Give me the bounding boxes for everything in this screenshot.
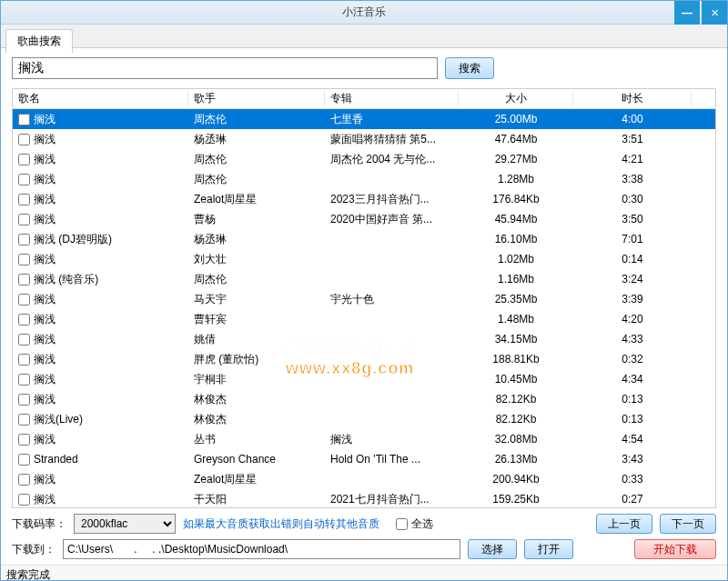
- song-duration: 0:32: [573, 353, 692, 366]
- row-checkbox[interactable]: [18, 494, 30, 506]
- col-album[interactable]: 专辑: [325, 91, 459, 106]
- song-name: 搁浅: [34, 472, 56, 487]
- row-checkbox[interactable]: [18, 414, 30, 426]
- song-name: 搁浅: [34, 172, 56, 187]
- table-row[interactable]: 搁浅干天阳2021七月抖音热门...159.25Kb0:27: [13, 489, 715, 508]
- song-duration: 0:33: [573, 473, 692, 486]
- song-name: 搁浅: [34, 492, 56, 507]
- minimize-button[interactable]: [674, 1, 700, 25]
- table-row[interactable]: 搁浅刘大壮1.02Mb0:14: [13, 249, 715, 269]
- table-row[interactable]: 搁浅Zealot周星星200.94Kb0:33: [13, 469, 715, 489]
- col-artist[interactable]: 歌手: [188, 91, 325, 106]
- song-artist: 姚倩: [188, 332, 325, 347]
- table-row[interactable]: 搁浅Zealot周星星2023三月抖音热门...176.84Kb0:30: [13, 189, 715, 209]
- song-artist: 周杰伦: [188, 172, 325, 187]
- song-artist: 杨丞琳: [188, 132, 325, 147]
- open-button[interactable]: 打开: [524, 539, 573, 559]
- col-duration[interactable]: 时长: [573, 91, 692, 106]
- song-size: 159.25Kb: [459, 493, 573, 506]
- bitrate-select[interactable]: 2000kflac: [74, 514, 176, 534]
- row-checkbox[interactable]: [18, 274, 30, 285]
- row-checkbox[interactable]: [18, 474, 30, 486]
- song-album: 2023三月抖音热门...: [325, 192, 459, 207]
- song-album: 2020中国好声音 第...: [325, 212, 459, 227]
- prev-page-button[interactable]: 上一页: [596, 514, 652, 534]
- search-input[interactable]: [12, 57, 438, 79]
- path-input[interactable]: [63, 539, 460, 559]
- song-album: 搁浅: [325, 432, 459, 447]
- song-name: 搁浅: [34, 392, 56, 407]
- table-row[interactable]: 搁浅林俊杰82.12Kb0:13: [13, 389, 715, 409]
- song-artist: Zealot周星星: [188, 472, 325, 487]
- table-row[interactable]: 搁浅丛书搁浅32.08Mb4:54: [13, 429, 715, 449]
- row-checkbox[interactable]: [18, 394, 30, 406]
- row-checkbox[interactable]: [18, 254, 30, 265]
- row-checkbox[interactable]: [18, 374, 30, 386]
- status-bar: 搜索完成: [1, 565, 727, 581]
- table-row[interactable]: 搁浅曹轩宾1.48Mb4:20: [13, 309, 715, 329]
- table-row[interactable]: 搁浅杨丞琳蒙面唱将猜猜猜 第5...47.64Mb3:51: [13, 129, 715, 149]
- song-artist: 林俊杰: [188, 412, 325, 427]
- col-size[interactable]: 大小: [459, 91, 573, 106]
- table-row[interactable]: 搁浅周杰伦周杰伦 2004 无与伦...29.27Mb4:21: [13, 149, 715, 169]
- table-row[interactable]: 搁浅曹杨2020中国好声音 第...45.94Mb3:50: [13, 209, 715, 229]
- window-controls: [674, 1, 727, 24]
- row-checkbox[interactable]: [18, 154, 30, 165]
- next-page-button[interactable]: 下一页: [660, 514, 716, 534]
- song-artist: 宇桐非: [188, 372, 325, 387]
- song-duration: 3:51: [573, 133, 692, 145]
- song-name: 搁浅: [34, 192, 56, 207]
- row-checkbox[interactable]: [18, 314, 30, 326]
- song-duration: 3:38: [573, 173, 692, 185]
- selectall-checkbox[interactable]: [396, 518, 408, 530]
- song-size: 26.13Mb: [459, 453, 573, 466]
- table-row[interactable]: 搁浅周杰伦1.28Mb3:38: [13, 169, 715, 189]
- bottom-area: 下载码率： 2000kflac 如果最大音质获取出错则自动转其他音质 全选 上一…: [1, 508, 727, 565]
- close-button[interactable]: [702, 1, 727, 25]
- song-duration: 3:24: [573, 273, 692, 285]
- row-checkbox[interactable]: [18, 354, 30, 366]
- row-checkbox[interactable]: [18, 194, 30, 205]
- search-button[interactable]: 搜索: [445, 57, 494, 79]
- table-row[interactable]: 搁浅姚倩34.15Mb4:33: [13, 329, 715, 349]
- song-name: 搁浅 (DJ碧明版): [34, 232, 112, 247]
- song-artist: 周杰伦: [188, 112, 325, 127]
- choose-button[interactable]: 选择: [468, 539, 517, 559]
- song-duration: 0:27: [573, 493, 692, 506]
- table-row[interactable]: 搁浅 (纯音乐)周杰伦1.16Mb3:24: [13, 269, 715, 289]
- start-download-button[interactable]: 开始下载: [634, 539, 716, 559]
- col-name[interactable]: 歌名: [13, 91, 188, 106]
- table-row[interactable]: 搁浅马天宇宇光十色25.35Mb3:39: [13, 289, 715, 309]
- song-name: 搁浅: [34, 352, 56, 367]
- row-checkbox[interactable]: [18, 214, 30, 225]
- song-artist: 曹杨: [188, 212, 325, 227]
- row-checkbox[interactable]: [18, 234, 30, 245]
- table-row[interactable]: 搁浅宇桐非10.45Mb4:34: [13, 369, 715, 389]
- tab-search[interactable]: 歌曲搜索: [5, 29, 73, 53]
- table-row[interactable]: 搁浅胖虎 (董欣怡)188.81Kb0:32: [13, 349, 715, 369]
- table-row[interactable]: 搁浅(Live)林俊杰82.12Kb0:13: [13, 409, 715, 429]
- row-checkbox[interactable]: [18, 434, 30, 446]
- song-name: 搁浅(Live): [34, 412, 83, 427]
- row-checkbox[interactable]: [18, 134, 30, 145]
- bitrate-label: 下载码率：: [12, 516, 66, 532]
- song-artist: 曹轩宾: [188, 312, 325, 327]
- row-checkbox[interactable]: [18, 114, 30, 125]
- table-body[interactable]: 搁浅周杰伦七里香25.00Mb4:00搁浅杨丞琳蒙面唱将猜猜猜 第5...47.…: [13, 109, 715, 508]
- row-checkbox[interactable]: [18, 174, 30, 185]
- song-size: 16.10Mb: [459, 233, 573, 245]
- table-row[interactable]: 搁浅周杰伦七里香25.00Mb4:00: [13, 109, 715, 129]
- song-album: 周杰伦 2004 无与伦...: [325, 152, 459, 167]
- table-row[interactable]: StrandedGreyson ChanceHold On 'Til The .…: [13, 449, 715, 469]
- song-album: 2021七月抖音热门...: [325, 492, 459, 507]
- song-size: 1.16Mb: [459, 273, 573, 285]
- song-duration: 4:00: [573, 113, 692, 125]
- row-checkbox[interactable]: [18, 294, 30, 306]
- song-name: 搁浅: [34, 212, 56, 227]
- selectall-label: 全选: [411, 516, 433, 532]
- song-album: Hold On 'Til The ...: [325, 453, 459, 466]
- row-checkbox[interactable]: [18, 334, 30, 346]
- song-size: 29.27Mb: [459, 153, 573, 165]
- row-checkbox[interactable]: [18, 454, 30, 466]
- table-row[interactable]: 搁浅 (DJ碧明版)杨丞琳16.10Mb7:01: [13, 229, 715, 249]
